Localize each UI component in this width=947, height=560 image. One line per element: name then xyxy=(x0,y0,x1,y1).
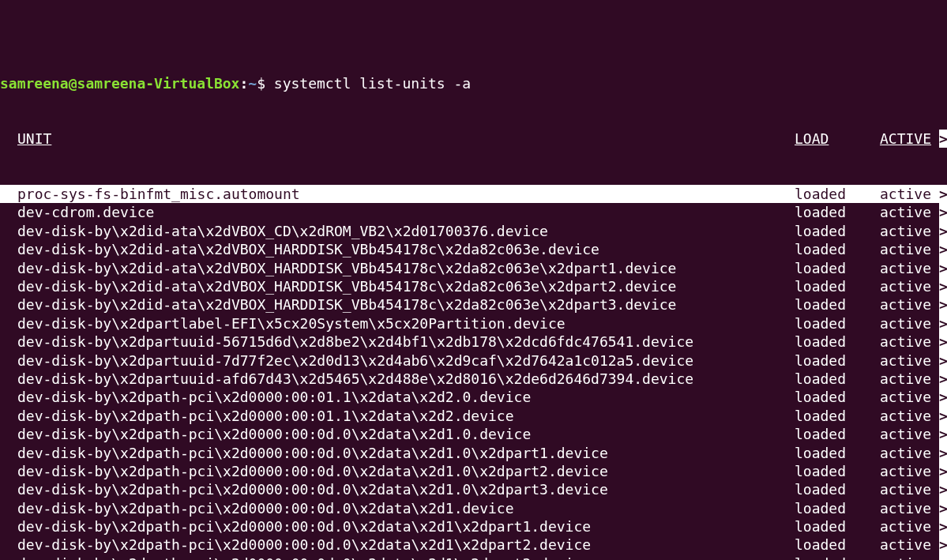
row-bullet-spacer xyxy=(0,222,8,240)
header-bullet-spacer xyxy=(0,130,8,148)
unit-active: active xyxy=(880,388,939,406)
row-indent-spacer xyxy=(8,444,17,462)
unit-name: dev-disk-by\x2dpath-pci\x2d0000:00:0d.0\… xyxy=(17,444,795,462)
unit-row[interactable]: dev-cdrom.deviceloadedactive> xyxy=(0,203,947,221)
truncate-arrow-icon: > xyxy=(939,425,947,443)
row-bullet-spacer xyxy=(0,407,8,425)
unit-load: loaded xyxy=(795,407,880,425)
row-indent-spacer xyxy=(8,480,17,498)
row-bullet-spacer xyxy=(0,333,8,351)
truncate-arrow-icon: > xyxy=(939,462,947,480)
unit-row[interactable]: dev-disk-by\x2dpath-pci\x2d0000:00:0d.0\… xyxy=(0,480,947,498)
unit-name: dev-disk-by\x2did-ata\x2dVBOX_HARDDISK_V… xyxy=(17,240,795,258)
unit-active: active xyxy=(880,554,939,560)
row-bullet-spacer xyxy=(0,388,8,406)
unit-name: dev-disk-by\x2dpath-pci\x2d0000:00:0d.0\… xyxy=(17,499,795,517)
units-header-row: UNIT LOAD ACTIVE > xyxy=(0,130,947,148)
row-bullet-spacer xyxy=(0,314,8,333)
units-list[interactable]: proc-sys-fs-binfmt_misc.automountloadeda… xyxy=(0,185,947,560)
row-bullet-spacer xyxy=(0,351,8,370)
truncate-arrow-icon: > xyxy=(939,407,947,425)
unit-name: dev-disk-by\x2dpath-pci\x2d0000:00:01.1\… xyxy=(17,407,795,425)
unit-row[interactable]: dev-disk-by\x2did-ata\x2dVBOX_HARDDISK_V… xyxy=(0,259,947,277)
unit-load: loaded xyxy=(795,240,880,258)
unit-row[interactable]: dev-disk-by\x2dpath-pci\x2d0000:00:0d.0\… xyxy=(0,517,947,536)
truncate-arrow-icon: > xyxy=(939,203,947,221)
unit-row[interactable]: dev-disk-by\x2dpartuuid-7d77f2ec\x2d0d13… xyxy=(0,351,947,370)
unit-row[interactable]: dev-disk-by\x2dpartuuid-56715d6d\x2d8be2… xyxy=(0,333,947,351)
unit-load: loaded xyxy=(795,259,880,277)
unit-load: loaded xyxy=(795,333,880,351)
header-indent-spacer xyxy=(8,130,17,148)
unit-row[interactable]: proc-sys-fs-binfmt_misc.automountloadeda… xyxy=(0,185,947,203)
truncate-arrow-icon: > xyxy=(939,240,947,258)
unit-row[interactable]: dev-disk-by\x2dpath-pci\x2d0000:00:01.1\… xyxy=(0,407,947,425)
unit-row[interactable]: dev-disk-by\x2did-ata\x2dVBOX_HARDDISK_V… xyxy=(0,277,947,295)
unit-name: dev-disk-by\x2dpath-pci\x2d0000:00:01.1\… xyxy=(17,388,795,406)
row-indent-spacer xyxy=(8,333,17,351)
unit-load: loaded xyxy=(795,462,880,480)
truncate-arrow-icon: > xyxy=(939,295,947,314)
row-indent-spacer xyxy=(8,314,17,333)
prompt-command[interactable]: systemctl list-units -a xyxy=(265,75,471,92)
unit-name: proc-sys-fs-binfmt_misc.automount xyxy=(17,185,795,203)
unit-load: loaded xyxy=(795,295,880,314)
unit-row[interactable]: dev-disk-by\x2dpath-pci\x2d0000:00:0d.0\… xyxy=(0,499,947,517)
unit-load: loaded xyxy=(795,517,880,536)
unit-row[interactable]: dev-disk-by\x2dpath-pci\x2d0000:00:01.1\… xyxy=(0,388,947,406)
unit-active: active xyxy=(880,407,939,425)
row-indent-spacer xyxy=(8,240,17,258)
unit-active: active xyxy=(880,240,939,258)
unit-row[interactable]: dev-disk-by\x2did-ata\x2dVBOX_HARDDISK_V… xyxy=(0,240,947,258)
unit-load: loaded xyxy=(795,277,880,295)
prompt-dollar: $ xyxy=(257,75,265,92)
row-bullet-spacer xyxy=(0,425,8,443)
row-indent-spacer xyxy=(8,554,17,560)
row-indent-spacer xyxy=(8,295,17,314)
unit-row[interactable]: dev-disk-by\x2dpath-pci\x2d0000:00:0d.0\… xyxy=(0,444,947,462)
unit-load: loaded xyxy=(795,480,880,498)
row-indent-spacer xyxy=(8,499,17,517)
truncate-arrow-icon: > xyxy=(939,536,947,554)
prompt-colon: : xyxy=(239,75,248,92)
row-indent-spacer xyxy=(8,462,17,480)
unit-name: dev-disk-by\x2dpath-pci\x2d0000:00:0d.0\… xyxy=(17,480,795,498)
unit-load: loaded xyxy=(795,222,880,240)
unit-active: active xyxy=(880,185,939,203)
unit-active: active xyxy=(880,295,939,314)
row-bullet-spacer xyxy=(0,240,8,258)
truncate-arrow-icon: > xyxy=(939,185,947,203)
unit-row[interactable]: dev-disk-by\x2dpath-pci\x2d0000:00:0d.0\… xyxy=(0,554,947,560)
truncate-arrow-icon: > xyxy=(939,480,947,498)
row-indent-spacer xyxy=(8,203,17,221)
unit-row[interactable]: dev-disk-by\x2did-ata\x2dVBOX_CD\x2dROM_… xyxy=(0,222,947,240)
unit-row[interactable]: dev-disk-by\x2dpartuuid-afd67d43\x2d5465… xyxy=(0,370,947,388)
truncate-arrow-icon: > xyxy=(939,388,947,406)
unit-row[interactable]: dev-disk-by\x2dpath-pci\x2d0000:00:0d.0\… xyxy=(0,462,947,480)
truncate-arrow-icon: > xyxy=(939,370,947,388)
unit-row[interactable]: dev-disk-by\x2dpath-pci\x2d0000:00:0d.0\… xyxy=(0,536,947,554)
header-active: ACTIVE xyxy=(880,130,939,148)
row-indent-spacer xyxy=(8,388,17,406)
unit-row[interactable]: dev-disk-by\x2dpath-pci\x2d0000:00:0d.0\… xyxy=(0,425,947,443)
unit-active: active xyxy=(880,462,939,480)
unit-name: dev-disk-by\x2did-ata\x2dVBOX_HARDDISK_V… xyxy=(17,259,795,277)
row-bullet-spacer xyxy=(0,370,8,388)
row-indent-spacer xyxy=(8,222,17,240)
unit-name: dev-disk-by\x2dpartuuid-56715d6d\x2d8be2… xyxy=(17,333,795,351)
unit-row[interactable]: dev-disk-by\x2did-ata\x2dVBOX_HARDDISK_V… xyxy=(0,295,947,314)
unit-active: active xyxy=(880,222,939,240)
unit-active: active xyxy=(880,499,939,517)
row-indent-spacer xyxy=(8,351,17,370)
prompt-path: ~ xyxy=(248,75,257,92)
unit-name: dev-disk-by\x2did-ata\x2dVBOX_CD\x2dROM_… xyxy=(17,222,795,240)
unit-load: loaded xyxy=(795,351,880,370)
row-bullet-spacer xyxy=(0,444,8,462)
truncate-arrow-icon: > xyxy=(939,314,947,333)
unit-row[interactable]: dev-disk-by\x2dpartlabel-EFI\x5cx20Syste… xyxy=(0,314,947,333)
row-bullet-spacer xyxy=(0,554,8,560)
row-bullet-spacer xyxy=(0,203,8,221)
row-bullet-spacer xyxy=(0,185,8,203)
unit-name: dev-disk-by\x2did-ata\x2dVBOX_HARDDISK_V… xyxy=(17,277,795,295)
row-bullet-spacer xyxy=(0,517,8,536)
